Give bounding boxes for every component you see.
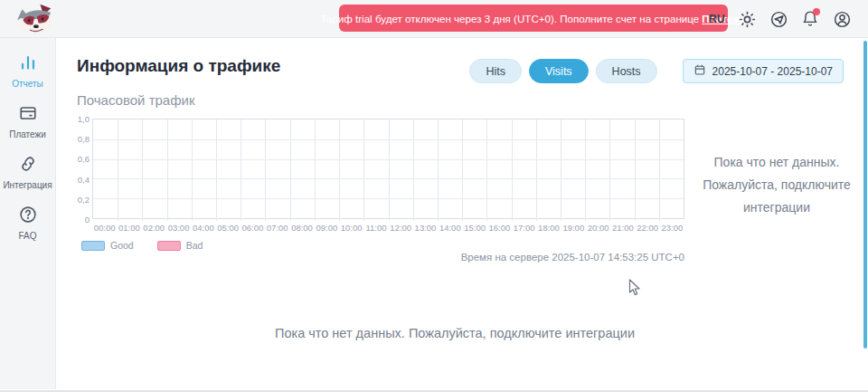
page-title: Информация о трафике xyxy=(77,56,280,76)
sidebar-item-label: Платежи xyxy=(9,129,46,139)
legend-item-bad[interactable]: Bad xyxy=(157,240,203,251)
tab-hits[interactable]: Hits xyxy=(469,59,522,83)
hourly-traffic-chart: 1,00,80,60,40,20 00:0001:0002:0003:0004:… xyxy=(77,119,684,251)
bar-chart-icon xyxy=(18,53,38,76)
chart-y-axis: 1,00,80,60,40,20 xyxy=(77,119,92,219)
tab-hosts[interactable]: Hosts xyxy=(596,59,657,83)
date-range-value: 2025-10-07 - 2025-10-07 xyxy=(712,65,833,78)
sidebar-item-label: Отчеты xyxy=(12,79,43,89)
tab-visits[interactable]: Visits xyxy=(529,59,589,83)
no-data-message-side: Пока что нет данных. Пожалуйста, подключ… xyxy=(701,151,853,219)
calendar-icon xyxy=(693,63,706,79)
chart-legend: Good Bad xyxy=(81,240,684,251)
notification-badge xyxy=(813,8,820,15)
telegram-icon[interactable] xyxy=(769,9,788,29)
question-icon xyxy=(18,205,38,228)
legend-label: Bad xyxy=(186,240,203,251)
sidebar: Отчеты Платежи Интеграция xyxy=(0,38,56,389)
legend-label: Good xyxy=(110,240,134,251)
legend-swatch-good xyxy=(81,241,105,251)
wallet-icon xyxy=(18,103,38,127)
top-bar: Тариф trial будет отключен через 3 дня (… xyxy=(0,0,868,38)
chart-section-title: Почасовой трафик xyxy=(77,92,195,108)
legend-item-good[interactable]: Good xyxy=(81,240,134,251)
sidebar-item-label: FAQ xyxy=(18,231,36,241)
chart-x-axis: 00:0001:0002:0003:0004:0005:0006:0007:00… xyxy=(92,223,684,233)
sidebar-item-integration[interactable]: Интеграция xyxy=(0,154,56,190)
link-icon xyxy=(18,154,38,177)
date-range-picker[interactable]: 2025-10-07 - 2025-10-07 xyxy=(683,59,844,83)
server-time: Время на сервере 2025-10-07 14:53:25 UTC… xyxy=(77,252,684,263)
main-content: Информация о трафике Hits Visits Hosts 2… xyxy=(57,38,868,389)
sidebar-item-reports[interactable]: Отчеты xyxy=(0,53,56,89)
notifications-bell-icon[interactable] xyxy=(800,9,820,29)
sidebar-item-payments[interactable]: Платежи xyxy=(0,103,56,139)
traffic-controls: Hits Visits Hosts 2025-10-07 - 2025-10-0… xyxy=(469,59,844,83)
banner-text: Тариф trial будет отключен через 3 дня (… xyxy=(320,13,699,24)
chart-plot-area xyxy=(92,119,684,219)
sidebar-item-label: Интеграция xyxy=(3,180,52,190)
raccoon-logo[interactable] xyxy=(14,2,56,36)
trial-warning-banner: Тариф trial будет отключен через 3 дня (… xyxy=(339,5,728,32)
profile-icon[interactable] xyxy=(832,9,852,29)
no-data-message-bottom: Пока что нет данных. Пожалуйста, подключ… xyxy=(57,326,853,340)
language-switcher[interactable]: RU xyxy=(709,13,725,25)
app-window: Тариф trial будет отключен через 3 дня (… xyxy=(0,0,868,392)
theme-sun-icon[interactable] xyxy=(737,9,757,29)
sidebar-item-faq[interactable]: FAQ xyxy=(0,205,56,241)
legend-swatch-bad xyxy=(157,241,181,251)
topbar-actions: RU xyxy=(709,0,852,38)
vertical-scrollbar-thumb[interactable] xyxy=(863,41,867,349)
